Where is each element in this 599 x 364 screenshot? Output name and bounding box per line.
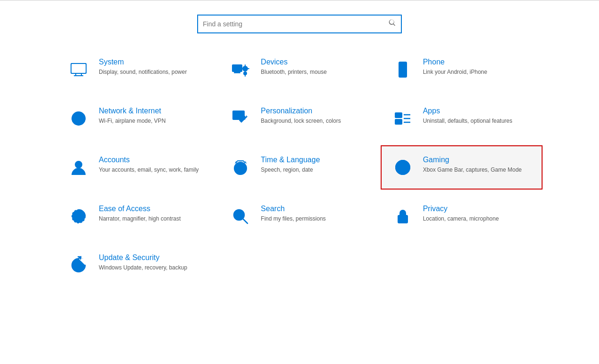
apps-icon xyxy=(391,107,415,130)
search-container xyxy=(0,0,599,47)
update-title: Update & Security xyxy=(99,253,187,262)
svg-point-7 xyxy=(243,66,248,71)
apps-title: Apps xyxy=(423,107,512,115)
personalization-text: PersonalizationBackground, lock screen, … xyxy=(261,107,341,125)
apps-subtitle: Uninstall, defaults, optional features xyxy=(423,117,512,125)
setting-item-personalization[interactable]: PersonalizationBackground, lock screen, … xyxy=(218,96,380,141)
svg-rect-1 xyxy=(71,63,86,73)
system-text: SystemDisplay, sound, notifications, pow… xyxy=(99,58,187,76)
personalization-subtitle: Background, lock screen, colors xyxy=(261,117,341,125)
network-subtitle: Wi-Fi, airplane mode, VPN xyxy=(99,117,166,125)
setting-item-system[interactable]: SystemDisplay, sound, notifications, pow… xyxy=(56,47,218,92)
network-icon xyxy=(67,107,90,130)
phone-title: Phone xyxy=(423,58,487,66)
time-title: Time & Language xyxy=(261,156,320,164)
personalization-title: Personalization xyxy=(261,107,341,115)
privacy-subtitle: Location, camera, microphone xyxy=(423,215,499,223)
svg-rect-18 xyxy=(395,119,402,124)
svg-rect-9 xyxy=(399,62,407,77)
svg-line-32 xyxy=(243,219,248,223)
gaming-title: Gaming xyxy=(423,156,522,164)
gaming-icon xyxy=(391,156,415,179)
update-text: Update & SecurityWindows Update, recover… xyxy=(99,253,187,272)
setting-item-accounts[interactable]: AccountsYour accounts, email, sync, work… xyxy=(56,145,218,190)
system-title: System xyxy=(99,58,187,66)
time-icon: A A xyxy=(229,156,252,179)
setting-item-ease[interactable]: Ease of AccessNarrator, magnifier, high … xyxy=(56,194,218,238)
devices-text: DevicesBluetooth, printers, mouse xyxy=(261,58,327,76)
setting-item-phone[interactable]: PhoneLink your Android, iPhone xyxy=(381,47,543,92)
setting-item-privacy[interactable]: PrivacyLocation, camera, microphone xyxy=(381,194,543,238)
gaming-text: GamingXbox Game Bar, captures, Game Mode xyxy=(423,156,522,174)
setting-item-network[interactable]: Network & InternetWi-Fi, airplane mode, … xyxy=(56,96,218,141)
svg-rect-17 xyxy=(395,113,402,118)
svg-point-22 xyxy=(75,161,82,168)
accounts-icon xyxy=(67,156,90,179)
setting-item-time[interactable]: A A Time & LanguageSpeech, region, date xyxy=(218,145,380,190)
phone-subtitle: Link your Android, iPhone xyxy=(423,68,487,76)
accounts-text: AccountsYour accounts, email, sync, work… xyxy=(99,156,199,174)
svg-rect-6 xyxy=(234,71,240,73)
ease-text: Ease of AccessNarrator, magnifier, high … xyxy=(99,205,181,223)
search-box xyxy=(197,15,402,33)
gaming-subtitle: Xbox Game Bar, captures, Game Mode xyxy=(423,166,522,174)
apps-text: AppsUninstall, defaults, optional featur… xyxy=(423,107,512,125)
system-icon xyxy=(67,58,90,81)
svg-text:A: A xyxy=(244,160,247,165)
devices-icon xyxy=(229,58,252,81)
privacy-icon xyxy=(391,205,415,228)
accounts-subtitle: Your accounts, email, sync, work, family xyxy=(99,166,199,174)
privacy-title: Privacy xyxy=(423,205,499,213)
svg-rect-0 xyxy=(71,63,86,73)
ease-icon xyxy=(67,205,90,228)
svg-text:A: A xyxy=(235,160,238,165)
search-text: SearchFind my files, permissions xyxy=(261,205,326,223)
search-icon xyxy=(229,205,252,228)
svg-point-34 xyxy=(401,219,404,221)
update-subtitle: Windows Update, recovery, backup xyxy=(99,264,187,272)
system-subtitle: Display, sound, notifications, power xyxy=(99,68,187,76)
setting-item-gaming[interactable]: GamingXbox Game Bar, captures, Game Mode xyxy=(381,145,543,190)
network-text: Network & InternetWi-Fi, airplane mode, … xyxy=(99,107,166,125)
accounts-title: Accounts xyxy=(99,156,199,164)
devices-subtitle: Bluetooth, printers, mouse xyxy=(261,68,327,76)
search-input[interactable] xyxy=(203,20,389,28)
phone-text: PhoneLink your Android, iPhone xyxy=(423,58,487,76)
time-text: Time & LanguageSpeech, region, date xyxy=(261,156,320,174)
search-title: Search xyxy=(261,205,326,213)
update-icon xyxy=(67,253,90,277)
settings-grid: SystemDisplay, sound, notifications, pow… xyxy=(0,47,599,287)
devices-title: Devices xyxy=(261,58,327,66)
setting-item-search[interactable]: SearchFind my files, permissions xyxy=(218,194,380,238)
setting-item-devices[interactable]: DevicesBluetooth, printers, mouse xyxy=(218,47,380,92)
svg-point-12 xyxy=(402,76,403,77)
search-subtitle: Find my files, permissions xyxy=(261,215,326,223)
network-title: Network & Internet xyxy=(99,107,166,115)
setting-item-update[interactable]: Update & SecurityWindows Update, recover… xyxy=(56,243,218,287)
search-icon xyxy=(389,19,396,29)
svg-rect-5 xyxy=(232,65,242,71)
ease-subtitle: Narrator, magnifier, high contrast xyxy=(99,215,181,223)
ease-title: Ease of Access xyxy=(99,205,181,213)
personalization-icon xyxy=(229,107,252,130)
privacy-text: PrivacyLocation, camera, microphone xyxy=(423,205,499,223)
phone-icon xyxy=(391,58,415,81)
setting-item-apps[interactable]: AppsUninstall, defaults, optional featur… xyxy=(381,96,543,141)
time-subtitle: Speech, region, date xyxy=(261,166,320,174)
